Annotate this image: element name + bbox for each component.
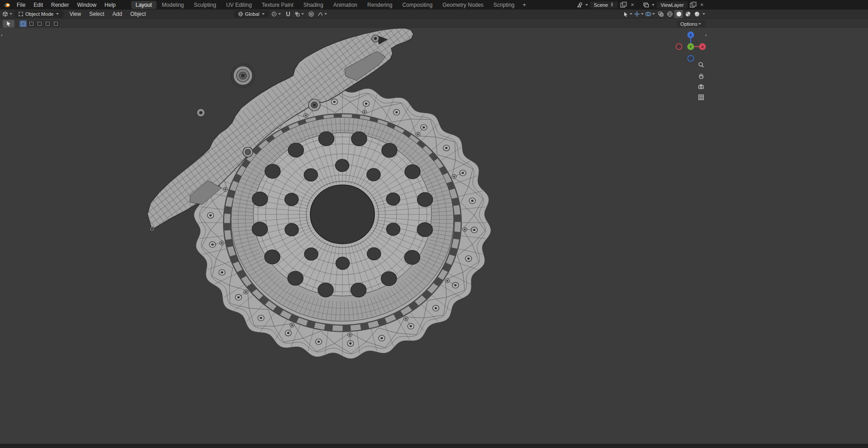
menu-render[interactable]: Render: [47, 0, 73, 10]
xray-icon: [658, 11, 664, 17]
options-dropdown[interactable]: Options: [677, 20, 705, 27]
chevron-down-icon[interactable]: [702, 13, 705, 15]
select-mode-intersect-button[interactable]: [52, 20, 59, 27]
workspace-tab-uv-editing[interactable]: UV Editing: [222, 1, 256, 9]
material-shading-icon: [685, 11, 691, 17]
select-mode-extend-button[interactable]: [28, 20, 35, 27]
viewport-menu-select[interactable]: Select: [85, 10, 108, 19]
gizmo-axis-x-neg[interactable]: [676, 44, 682, 50]
snap-toggle-button[interactable]: [284, 10, 292, 18]
viewport-menu-object[interactable]: Object: [126, 10, 150, 19]
workspace-tab-layout[interactable]: Layout: [131, 1, 157, 9]
viewport-menu-add[interactable]: Add: [109, 10, 126, 19]
zoom-button[interactable]: [696, 60, 707, 70]
chevron-down-icon: [56, 13, 59, 15]
orientation-label: Global: [245, 11, 260, 17]
chevron-down-icon[interactable]: [585, 4, 588, 6]
workspace-tab-geometry-nodes[interactable]: Geometry Nodes: [438, 1, 488, 9]
viewlayer-name: ViewLayer: [660, 2, 683, 8]
grid-icon: [697, 94, 705, 101]
gizmo-axis-z-neg[interactable]: [688, 56, 694, 62]
menu-file[interactable]: File: [13, 0, 29, 10]
chevron-down-icon: [641, 13, 644, 15]
workspace-tab-texture-paint[interactable]: Texture Paint: [257, 1, 298, 9]
scene-viewlayer-cluster: Scene ✕ ViewLayer ✕: [576, 1, 705, 9]
workspace-tab-animation[interactable]: Animation: [329, 1, 362, 9]
orthographic-toggle-button[interactable]: [696, 92, 707, 102]
unlink-scene-button[interactable]: ✕: [629, 2, 636, 7]
cursor-select-icon: [623, 11, 629, 17]
proportional-editing-toggle[interactable]: [307, 10, 315, 18]
object-visibility-button[interactable]: [623, 10, 633, 18]
chevron-down-icon: [652, 13, 655, 15]
pivot-point-icon: [271, 11, 277, 17]
gizmo-y-label: Y: [689, 45, 692, 49]
workspace-tab-scripting[interactable]: Scripting: [489, 1, 519, 9]
rendered-shading-icon: [694, 11, 700, 17]
viewport-canvas[interactable]: [0, 28, 868, 444]
editor-type-button[interactable]: [2, 10, 13, 18]
viewport-nav-icons: [696, 60, 707, 102]
camera-view-button[interactable]: [696, 81, 707, 91]
show-gizmo-toggle[interactable]: [634, 10, 645, 18]
object-mode-icon: [18, 11, 24, 17]
xray-toggle[interactable]: [656, 10, 665, 18]
menu-help[interactable]: Help: [100, 0, 120, 10]
menu-window[interactable]: Window: [73, 0, 100, 10]
select-box-icon: [29, 21, 34, 26]
pan-button[interactable]: [696, 71, 707, 81]
overlays-icon: [645, 11, 651, 17]
new-viewlayer-icon[interactable]: [689, 1, 697, 9]
wireframe-shading-icon: [667, 11, 673, 17]
gizmo-x-label: X: [701, 45, 704, 49]
falloff-curve-icon: [317, 11, 323, 17]
chevron-down-icon: [262, 13, 265, 15]
shading-solid-button[interactable]: [674, 10, 683, 18]
workspace-tab-modeling[interactable]: Modeling: [157, 1, 189, 9]
scene-browse-icon[interactable]: [576, 2, 583, 8]
select-mode-invert-button[interactable]: [44, 20, 51, 27]
toolbar-expand-arrow[interactable]: ›: [1, 33, 3, 38]
select-mode-subtract-button[interactable]: [36, 20, 43, 27]
menu-edit[interactable]: Edit: [29, 0, 47, 10]
workspace-tab-rendering[interactable]: Rendering: [363, 1, 397, 9]
viewport-menu-view[interactable]: View: [65, 10, 85, 19]
shading-wireframe-button[interactable]: [665, 10, 674, 18]
blender-logo-icon[interactable]: [3, 2, 11, 8]
pin-icon[interactable]: [610, 2, 614, 7]
gizmo-z-label: Z: [690, 33, 692, 37]
workspace-tab-sculpting[interactable]: Sculpting: [190, 1, 221, 9]
snap-transform-cluster: Global: [234, 10, 328, 18]
shading-material-button[interactable]: [683, 10, 692, 18]
scene-name-field[interactable]: Scene: [590, 1, 618, 9]
show-overlays-toggle[interactable]: [645, 10, 656, 18]
proportional-falloff-button[interactable]: [317, 10, 328, 18]
options-label: Options: [680, 21, 697, 27]
chevron-down-icon: [630, 13, 632, 15]
3d-viewport[interactable]: › ‹ Z X Y: [0, 28, 868, 444]
viewport-editor-icon: [2, 11, 9, 17]
workspace-tabs: LayoutModelingSculptingUV EditingTexture…: [131, 1, 520, 9]
select-mode-new-button[interactable]: [19, 20, 27, 27]
orientation-globe-icon: [238, 11, 243, 17]
camera-icon: [697, 83, 705, 90]
snap-target-button[interactable]: [294, 10, 305, 18]
select-box-icon: [45, 21, 50, 26]
transform-orientation-selector[interactable]: Global: [234, 10, 270, 18]
workspace-tab-shading[interactable]: Shading: [299, 1, 328, 9]
mode-selector[interactable]: Object Mode: [14, 10, 63, 18]
viewlayer-icon[interactable]: [643, 2, 650, 8]
remove-viewlayer-button[interactable]: ✕: [699, 2, 705, 7]
workspace-tab-compositing[interactable]: Compositing: [398, 1, 437, 9]
navigation-gizmo[interactable]: Z X Y: [674, 29, 708, 64]
viewlayer-name-field[interactable]: ViewLayer: [657, 1, 687, 9]
hand-icon: [697, 72, 705, 79]
active-tool-button[interactable]: [3, 20, 14, 28]
chevron-down-icon[interactable]: [652, 4, 655, 6]
pivot-point-button[interactable]: [271, 10, 282, 18]
shading-rendered-button[interactable]: [693, 10, 701, 18]
magnet-icon: [285, 11, 291, 17]
snap-target-icon: [294, 11, 300, 17]
add-workspace-button[interactable]: +: [520, 1, 530, 8]
new-scene-icon[interactable]: [619, 1, 628, 9]
